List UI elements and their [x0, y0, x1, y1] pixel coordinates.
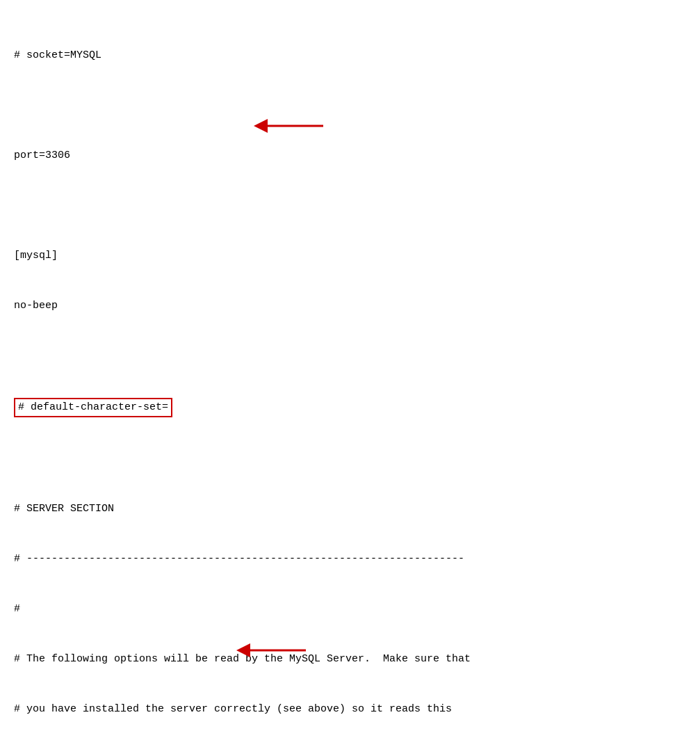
code-content: # socket=MYSQL port=3306 [mysql] no-beep…: [14, 14, 686, 731]
line-highlight1: # default-character-set=: [14, 398, 686, 417]
line-6: no-beep: [14, 298, 686, 314]
line-1: # socket=MYSQL: [14, 47, 686, 64]
line-10: # SERVER SECTION: [14, 501, 686, 517]
default-character-set-highlight: # default-character-set=: [14, 398, 172, 417]
line-11: # --------------------------------------…: [14, 551, 686, 568]
line-5: [mysql]: [14, 248, 686, 264]
line-3: port=3306: [14, 147, 686, 164]
line-7: [14, 348, 686, 364]
line-14: # you have installed the server correctl…: [14, 701, 686, 718]
line-2: [14, 97, 686, 114]
line-9: [14, 451, 686, 467]
line-12: #: [14, 601, 686, 618]
line-4: [14, 198, 686, 214]
line-13: # The following options will be read by …: [14, 651, 686, 668]
